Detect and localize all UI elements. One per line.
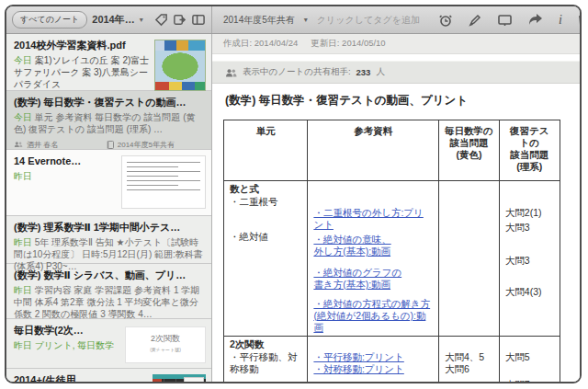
reminder-icon[interactable] <box>438 13 453 28</box>
note-card-5[interactable]: (数学) 数学Ⅱ シラバス、動画、プリ… 昨日 学習内容 家庭 学習課題 参考資… <box>6 264 211 319</box>
note-date: 昨日 <box>14 285 32 295</box>
review-problem: 大問3 <box>505 255 554 267</box>
all-notes-button[interactable]: すべてのノート <box>12 11 87 29</box>
toolbar-left: すべてのノート 2014年… ▾ <box>6 6 212 33</box>
note-card-2[interactable]: (数学) 毎日数学・復習テストの動画… 今日 単元 参考資料 毎日数学の 該当問… <box>6 91 211 150</box>
layout-icon[interactable] <box>191 13 206 27</box>
note-author: 酒井 春名 <box>27 140 58 150</box>
daily-math-problem: 大問4、5 <box>445 351 493 363</box>
note-title: 2014+(生徒用… <box>14 374 133 382</box>
note-date: 昨日 <box>14 340 32 350</box>
note-notebook: 2014年度5年共有 <box>118 140 175 150</box>
people-icon <box>225 68 237 77</box>
people-icon <box>14 141 23 148</box>
reference-link[interactable]: ・平行移動:プリント <box>313 351 433 363</box>
note-toolbar: 2014年度5年共有 ▾ クリックしてタグを追加 i <box>212 6 580 33</box>
note-title: 14 Evernote… <box>14 155 115 168</box>
note-body: (数学) 毎日数学・復習テストの動画、プリント 単元 参考資料 毎日数学の 該当… <box>212 84 580 382</box>
review-problem: 大問4(3) <box>505 286 554 298</box>
note-thumbnail-document <box>121 155 206 209</box>
note-date: 昨日 <box>14 237 32 247</box>
note-card-4[interactable]: (数学) 理系数学Ⅱ 1学期中間小テス… 昨日 5年 理系数学Ⅱ 告知 ★小テス… <box>6 216 211 264</box>
share-icon[interactable] <box>527 13 544 27</box>
thumbnail-subtitle: (黄チャート版) <box>126 347 205 352</box>
note-card-1[interactable]: 2014校外学習案資料.pdf 今日 案1)ソレイユの丘 案 2)富士サファリパ… <box>6 34 211 91</box>
tag-add-field[interactable]: クリックしてタグを追加 <box>317 14 420 27</box>
shared-meta-row: 酒井 春名 2014年度5年共有 <box>14 140 204 150</box>
note-snippet: 単元 参考資料 毎日数学の 該当問題 (黄色) 復習テストの 該当問題 (理系)… <box>14 112 195 134</box>
reference-link[interactable]: ・対称移動:プリント <box>313 363 433 375</box>
note-snippet: 案1)ソレイユの丘 案 2)富士サファリパーク 案 3)八景島シーパラダイス <box>14 55 149 89</box>
toolbar: すべてのノート 2014年… ▾ 2014年度5年共有 ▾ クリックしてタグを追… <box>6 6 580 34</box>
table-row: 数と式 ・二重根号 ・絶対値 ・二重根号の外し方:プリント ・絶対値の意味、 外… <box>224 181 560 337</box>
note-date: 今日 <box>14 55 32 65</box>
notebook-selector[interactable]: 2014年度5年共有 <box>223 14 295 27</box>
reference-link[interactable]: ・絶対値の方程式の解き方 (絶対値が2個あるもの):動画 <box>313 298 433 334</box>
unit-item: ・平行移動、対称移動 <box>230 351 301 375</box>
review-problem: 大問7 <box>505 379 554 382</box>
chevron-down-icon[interactable]: ▾ <box>140 16 143 24</box>
note-title: 2014校外学習案資料.pdf <box>14 40 152 52</box>
unit-group-label: 2次関数 <box>230 338 301 350</box>
present-icon[interactable] <box>497 13 513 28</box>
reference-table: 単元 参考資料 毎日数学の 該当問題 (黄色) 復習テストの 該当問題 (理系)… <box>223 120 560 382</box>
unit-item: ・絶対値 <box>230 231 301 243</box>
shared-banner-text: 表示中のノートの共有相手: <box>243 66 351 78</box>
shared-suffix: 人 <box>376 66 385 78</box>
note-thumbnail-map <box>154 40 206 91</box>
header-reference: 参考資料 <box>308 120 439 181</box>
dates-row: 作成日: 2014/04/24 更新日: 2014/05/10 <box>212 34 580 54</box>
shared-count: 233 <box>356 67 371 77</box>
app-window: すべてのノート 2014年… ▾ 2014年度5年共有 ▾ クリックしてタグを追… <box>5 5 582 383</box>
note-date: 昨日 <box>14 171 32 181</box>
header-review-test: 復習テストの 該当問題 (理系) <box>499 120 560 181</box>
info-icon[interactable]: i <box>559 14 562 27</box>
note-date: 今日 <box>14 112 32 122</box>
note-snippet: プリント, 毎日数学 <box>35 340 115 350</box>
note-panel: 作成日: 2014/04/24 更新日: 2014/05/10 表示中のノートの… <box>212 34 580 382</box>
header-daily-math: 毎日数学の 該当問題 (黄色) <box>439 120 500 181</box>
review-problem: 大問2(1) <box>505 207 554 219</box>
note-thumbnail-calendar <box>153 374 206 382</box>
note-thumbnail-sheet: 2次関数 (黄チャート版) <box>125 326 206 363</box>
note-title: (数学) 数学Ⅱ シラバス、動画、プリ… <box>14 269 204 282</box>
header-unit: 単元 <box>224 120 308 181</box>
review-problem: 大問3 <box>505 222 554 234</box>
note-title: (数学) 毎日数学・復習テストの動画… <box>14 97 204 109</box>
daily-math-problem: 大問6 <box>445 363 493 375</box>
note-card-6[interactable]: 2次関数 (黄チャート版) 毎日数学(2次… 昨日 プリント, 毎日数学 <box>6 319 211 369</box>
tag-icon[interactable] <box>154 13 168 27</box>
created-date: 作成日: 2014/04/24 <box>223 38 298 50</box>
note-card-3[interactable]: 14 Evernote… 昨日 <box>6 150 211 216</box>
shared-banner: 表示中のノートの共有相手: 233 人 <box>212 61 580 84</box>
note-list: 2014校外学習案資料.pdf 今日 案1)ソレイユの丘 案 2)富士サファリパ… <box>6 34 212 382</box>
review-problem: 大問5 <box>505 351 554 363</box>
note-card-7[interactable]: 2014+(生徒用… 一昨日 <box>6 369 211 382</box>
export-icon[interactable] <box>173 13 187 27</box>
trash-icon[interactable] <box>577 13 582 28</box>
thumbnail-title: 2次関数 <box>126 333 205 345</box>
chevron-down-icon[interactable]: ▾ <box>304 16 308 24</box>
table-header-row: 単元 参考資料 毎日数学の 該当問題 (黄色) 復習テストの 該当問題 (理系) <box>224 120 560 181</box>
note-action-icons: i <box>438 13 582 28</box>
daily-math-cell-empty <box>439 181 500 337</box>
notebook-icon <box>107 141 114 149</box>
updated-date: 更新日: 2014/05/10 <box>311 38 385 50</box>
reference-link[interactable]: ・絶対値の意味、 外し方(基本):動画 <box>313 234 433 257</box>
note-snippet: 学習内容 家庭 学習課題 参考資料 1 学期中間 体系4 第2章 微分法 1 平… <box>14 285 199 319</box>
notebook-title[interactable]: 2014年… <box>92 13 134 27</box>
note-title: (数学) 理系数学Ⅱ 1学期中間小テス… <box>14 222 204 235</box>
reference-link[interactable]: ・二重根号の外し方:プリント <box>313 207 433 231</box>
unit-group-label: 数と式 <box>230 183 301 195</box>
markup-icon[interactable] <box>468 13 482 28</box>
reference-link[interactable]: ・絶対値のグラフの 書き方(基本):動画 <box>313 267 433 291</box>
page-title: (数学) 毎日数学・復習テストの動画、プリント <box>225 93 571 109</box>
table-row: 2次関数 ・平行移動、対称移動 ・最大最小 ・平行移動:プリント ・対称移動:プ… <box>224 337 560 383</box>
unit-item: ・二重根号 <box>230 196 301 208</box>
note-title: 毎日数学(2次… <box>14 325 122 338</box>
